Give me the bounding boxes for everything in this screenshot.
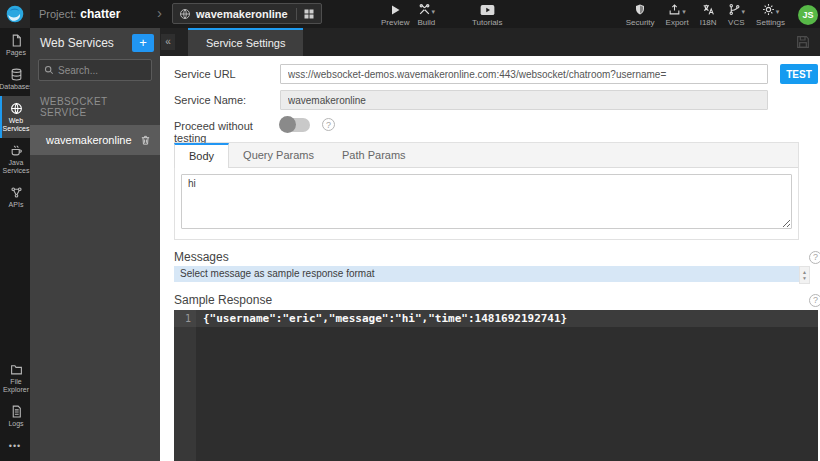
delete-service-icon[interactable] bbox=[140, 134, 151, 146]
i18n-label: I18N bbox=[700, 18, 717, 27]
tutorials-button[interactable]: Tutorials bbox=[472, 3, 502, 27]
service-name: wavemakeronline bbox=[46, 134, 140, 146]
shield-icon bbox=[634, 3, 646, 16]
sidebar-item-apis[interactable]: APIs bbox=[0, 180, 30, 214]
more-options-icon[interactable]: ••• bbox=[0, 433, 30, 461]
sample-response-header: Sample Response ? bbox=[174, 293, 820, 307]
user-avatar[interactable]: JS bbox=[798, 5, 818, 25]
scroll-down-icon[interactable]: ▼ bbox=[802, 275, 807, 281]
service-url-label: Service URL bbox=[174, 64, 280, 80]
database-icon bbox=[10, 68, 23, 81]
i18n-button[interactable]: I18N bbox=[700, 3, 717, 27]
sidebar-item-file-explorer[interactable]: File Explorer bbox=[0, 357, 30, 399]
rail-label: Java Services bbox=[2, 159, 30, 175]
editor-gutter bbox=[174, 327, 196, 461]
messages-help-icon[interactable]: ? bbox=[809, 251, 820, 264]
code-line[interactable]: 1 {"username":"eric","message":"hi","tim… bbox=[174, 310, 818, 327]
caret-down-icon: ▾ bbox=[742, 8, 746, 16]
sidebar-item-web-services[interactable]: Web Services bbox=[0, 96, 30, 138]
tab-query-params[interactable]: Query Params bbox=[229, 143, 328, 167]
collapse-panel-button[interactable]: « bbox=[161, 34, 175, 50]
caret-down-icon: ▾ bbox=[776, 8, 780, 16]
messages-title: Messages bbox=[174, 250, 809, 264]
security-label: Security bbox=[626, 18, 655, 27]
caret-down-icon: ▾ bbox=[682, 8, 686, 16]
toggle-knob bbox=[279, 116, 296, 133]
sample-response-editor[interactable]: 1 {"username":"eric","message":"hi","tim… bbox=[174, 310, 818, 461]
coffee-cup-icon bbox=[10, 144, 23, 157]
request-tabs: Body Query Params Path Params bbox=[175, 143, 798, 168]
sample-response-help-icon[interactable]: ? bbox=[809, 294, 820, 307]
wavemaker-logo[interactable] bbox=[0, 0, 30, 28]
save-icon[interactable] bbox=[795, 34, 811, 50]
rail-label: Databases bbox=[0, 83, 33, 91]
export-button[interactable]: ▾ Export bbox=[666, 3, 689, 27]
messages-list: Select message as sample response format… bbox=[174, 266, 810, 284]
api-nodes-icon bbox=[10, 186, 23, 199]
export-label: Export bbox=[666, 18, 689, 27]
proceed-without-testing-toggle[interactable] bbox=[280, 118, 310, 132]
rail-spacer bbox=[0, 214, 30, 357]
settings-button[interactable]: ▾ Settings bbox=[756, 3, 785, 27]
test-button[interactable]: TEST bbox=[780, 64, 818, 84]
request-params-panel: Body Query Params Path Params hi bbox=[174, 142, 799, 240]
sidebar-item-pages[interactable]: Pages bbox=[0, 28, 30, 62]
grid-icon[interactable] bbox=[296, 8, 321, 20]
wavemaker-studio: Project:chatter › wavemakeronline Previe… bbox=[0, 0, 820, 461]
topbar-center-actions: Preview ▾ Build bbox=[381, 3, 435, 27]
preview-button[interactable]: Preview bbox=[381, 3, 409, 27]
globe-icon bbox=[10, 102, 23, 115]
sidebar-item-java-services[interactable]: Java Services bbox=[0, 138, 30, 180]
folder-icon bbox=[10, 363, 23, 376]
settings-label: Settings bbox=[756, 18, 785, 27]
rail-label: Logs bbox=[8, 420, 23, 428]
search-icon bbox=[44, 65, 54, 75]
code-text: {"username":"eric","message":"hi","time"… bbox=[196, 310, 567, 327]
service-search[interactable] bbox=[38, 59, 152, 81]
security-button[interactable]: Security bbox=[626, 3, 655, 27]
rail-label: Web Services bbox=[2, 117, 30, 133]
tab-body[interactable]: Body bbox=[174, 143, 229, 168]
sidebar-item-logs[interactable]: Logs bbox=[0, 399, 30, 433]
build-tools-icon bbox=[418, 3, 431, 16]
topbar-right-actions: Security ▾ Export I18N bbox=[626, 3, 818, 27]
add-service-button[interactable]: + bbox=[132, 34, 154, 52]
build-button[interactable]: ▾ Build bbox=[417, 3, 435, 27]
wavemaker-logo-icon bbox=[5, 4, 25, 24]
vcs-label: VCS bbox=[728, 18, 744, 27]
build-label: Build bbox=[417, 18, 435, 27]
body-textarea[interactable]: hi bbox=[181, 174, 792, 229]
rail-label: Pages bbox=[6, 49, 26, 57]
selected-message-row[interactable]: Select message as sample response format bbox=[174, 266, 799, 282]
globe-icon bbox=[179, 8, 191, 20]
open-service-tab[interactable]: wavemakeronline bbox=[172, 3, 322, 24]
service-url-input[interactable] bbox=[280, 64, 768, 84]
rail-label: APIs bbox=[9, 201, 24, 209]
rail-label: File Explorer bbox=[2, 378, 30, 394]
search-input[interactable] bbox=[58, 65, 146, 76]
proceed-without-testing-label: Proceed without testing bbox=[174, 116, 280, 144]
sidebar-item-databases[interactable]: Databases bbox=[0, 62, 30, 96]
service-tab-label: wavemakeronline bbox=[196, 8, 296, 20]
tab-service-settings[interactable]: Service Settings bbox=[188, 28, 303, 56]
service-list-item[interactable]: wavemakeronline bbox=[30, 125, 160, 155]
websocket-service-section-title: WEBSOCKET SERVICE bbox=[30, 88, 160, 125]
play-icon bbox=[389, 4, 401, 16]
vcs-button[interactable]: ▾ VCS bbox=[728, 3, 746, 27]
top-bar: Project:chatter › wavemakeronline Previe… bbox=[0, 0, 820, 28]
project-name: chatter bbox=[80, 7, 120, 21]
tab-path-params[interactable]: Path Params bbox=[328, 143, 420, 167]
translate-icon bbox=[702, 3, 715, 16]
help-icon[interactable]: ? bbox=[322, 118, 335, 131]
web-services-panel: Web Services + WEBSOCKET SERVICE wavemak… bbox=[30, 28, 160, 461]
tutorials-label: Tutorials bbox=[472, 18, 502, 27]
service-name-label: Service Name: bbox=[174, 90, 280, 106]
chevron-right-icon: › bbox=[157, 4, 162, 22]
caret-down-icon: ▾ bbox=[432, 8, 436, 16]
editor-empty-area[interactable] bbox=[174, 327, 818, 461]
line-number: 1 bbox=[174, 310, 196, 327]
youtube-icon bbox=[480, 4, 495, 16]
panel-title: Web Services bbox=[40, 36, 132, 50]
sample-response-title: Sample Response bbox=[174, 293, 809, 307]
messages-scrollbar[interactable]: ▲ ▼ bbox=[799, 266, 810, 284]
